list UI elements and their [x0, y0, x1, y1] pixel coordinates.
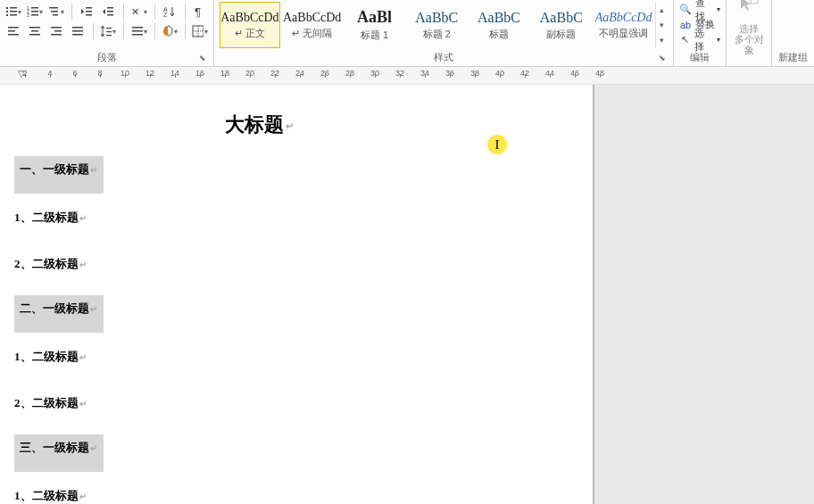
- heading-block[interactable]: 1、二级标题: [14, 488, 87, 504]
- svg-rect-39: [106, 35, 112, 36]
- svg-rect-34: [72, 27, 83, 29]
- svg-rect-30: [29, 34, 40, 36]
- bullets-button[interactable]: ▾: [5, 4, 21, 20]
- show-marks-button[interactable]: ¶: [192, 4, 208, 20]
- svg-rect-29: [31, 30, 38, 32]
- page[interactable]: 大标题 I 一、一级标题1、二级标题2、二级标题二、一级标题1、二级标题2、二级…: [0, 85, 594, 504]
- svg-text:✕: ✕: [131, 6, 139, 17]
- numbering-button[interactable]: 123▾: [27, 4, 43, 20]
- svg-rect-35: [72, 30, 83, 32]
- svg-rect-18: [107, 7, 113, 9]
- svg-rect-31: [51, 27, 62, 29]
- svg-rect-13: [51, 11, 58, 12]
- style-tile-无间隔[interactable]: AaBbCcDd↵ 无间隔: [282, 2, 343, 48]
- svg-rect-27: [8, 34, 19, 36]
- style-tile-标题[interactable]: AaBbC 标题: [469, 2, 529, 48]
- align-left-button[interactable]: [5, 23, 21, 39]
- line-spacing-button[interactable]: ▾: [100, 23, 116, 39]
- svg-rect-0: [6, 7, 8, 9]
- offpage-area: [594, 85, 814, 504]
- new-group-label: 新建组: [778, 51, 808, 64]
- select-objects-button[interactable]: 选择多个对象: [732, 2, 766, 48]
- styles-scroll-0[interactable]: ▴: [656, 2, 668, 17]
- svg-rect-17: [86, 14, 92, 16]
- select-objects-label: 选择多个对象: [732, 23, 766, 55]
- find-button[interactable]: 🔍查找▾: [679, 2, 720, 17]
- svg-rect-9: [31, 11, 38, 12]
- svg-rect-11: [31, 14, 38, 16]
- multilevel-list-button[interactable]: ▾: [48, 4, 64, 20]
- svg-rect-1: [10, 7, 17, 9]
- borders-button[interactable]: ▾: [192, 23, 208, 39]
- svg-rect-32: [54, 30, 62, 32]
- heading-block[interactable]: 2、二级标题: [14, 395, 87, 411]
- align-center-button[interactable]: [27, 23, 43, 39]
- ribbon: ▾ 123▾ ▾ ✕▾ AZ ¶ ▾ ▾: [0, 0, 814, 67]
- svg-rect-12: [49, 7, 58, 9]
- align-right-button[interactable]: [48, 23, 64, 39]
- svg-rect-25: [8, 27, 19, 29]
- styles-group: AaBbCcDd↵ 正文AaBbCcDd↵ 无间隔AaBl 标题 1AaBbC …: [214, 0, 674, 66]
- styles-scroll-2[interactable]: ▾: [656, 33, 668, 48]
- ruler[interactable]: 2468101214161820222426283032343638404244…: [0, 67, 814, 85]
- svg-text:¶: ¶: [195, 5, 201, 18]
- svg-rect-33: [51, 34, 62, 36]
- svg-rect-46: [751, 0, 758, 4]
- select-objects-group: 选择多个对象: [727, 0, 772, 66]
- select-button[interactable]: ↖选择▾: [679, 32, 720, 47]
- svg-rect-19: [107, 11, 113, 12]
- svg-rect-37: [106, 28, 112, 29]
- styles-group-label: 样式: [434, 51, 453, 64]
- style-tile-副标题[interactable]: AaBbC 副标题: [531, 2, 592, 48]
- styles-scroll-1[interactable]: ▾: [656, 17, 668, 32]
- svg-rect-5: [10, 14, 17, 16]
- svg-rect-14: [53, 14, 58, 16]
- style-tile-不明显强调[interactable]: AaBbCcDd 不明显强调: [594, 2, 654, 48]
- svg-rect-3: [10, 11, 17, 12]
- styles-launcher-icon[interactable]: ⬊: [659, 54, 669, 64]
- replace-icon: ab: [679, 20, 692, 30]
- align-justify-button[interactable]: [70, 23, 86, 39]
- editing-group-label: 编辑: [690, 51, 710, 64]
- heading-block[interactable]: 1、二级标题: [14, 349, 87, 365]
- heading-block[interactable]: 二、一级标题: [14, 295, 104, 333]
- svg-text:A: A: [163, 6, 168, 12]
- svg-rect-16: [86, 11, 92, 12]
- cursor-highlight: I: [487, 135, 507, 154]
- shading-button[interactable]: ▾: [162, 23, 178, 39]
- decrease-indent-button[interactable]: [79, 4, 95, 20]
- paragraph-group: ▾ 123▾ ▾ ✕▾ AZ ¶ ▾ ▾: [0, 0, 214, 66]
- style-tile-正文[interactable]: AaBbCcDd↵ 正文: [220, 2, 280, 48]
- heading-block[interactable]: 1、二级标题: [14, 210, 87, 226]
- svg-rect-2: [6, 11, 8, 12]
- cursor-objects-icon: [738, 0, 760, 21]
- svg-rect-41: [132, 30, 143, 32]
- paragraph-launcher-icon[interactable]: ⬊: [199, 54, 210, 64]
- heading-block[interactable]: 2、二级标题: [14, 256, 87, 272]
- asian-layout-button[interactable]: ✕▾: [131, 4, 147, 20]
- svg-text:Z: Z: [163, 12, 168, 18]
- svg-rect-20: [107, 14, 113, 16]
- svg-rect-28: [29, 27, 40, 29]
- svg-rect-15: [86, 7, 92, 9]
- select-icon: ↖: [679, 34, 691, 45]
- svg-rect-26: [8, 30, 15, 32]
- svg-text:2: 2: [27, 9, 29, 14]
- sort-button[interactable]: AZ: [162, 4, 178, 20]
- svg-rect-43: [193, 26, 204, 37]
- document-title[interactable]: 大标题: [225, 112, 294, 138]
- document-area: 大标题 I 一、一级标题1、二级标题2、二级标题二、一级标题1、二级标题2、二级…: [0, 85, 814, 504]
- svg-text:1: 1: [27, 5, 29, 11]
- style-tile-标题2[interactable]: AaBbC 标题 2: [406, 2, 467, 48]
- styles-gallery: AaBbCcDd↵ 正文AaBbCcDd↵ 无间隔AaBl 标题 1AaBbC …: [220, 2, 668, 48]
- svg-rect-7: [31, 7, 38, 9]
- svg-rect-42: [132, 34, 143, 36]
- heading-block[interactable]: 一、一级标题: [14, 156, 104, 194]
- svg-text:3: 3: [27, 12, 29, 18]
- find-icon: 🔍: [679, 4, 692, 15]
- heading-block[interactable]: 三、一级标题: [14, 434, 104, 472]
- increase-indent-button[interactable]: [100, 4, 116, 20]
- new-group: 新建组: [772, 0, 814, 66]
- style-tile-标题1[interactable]: AaBl 标题 1: [345, 2, 405, 48]
- distributed-button[interactable]: ▾: [131, 23, 147, 39]
